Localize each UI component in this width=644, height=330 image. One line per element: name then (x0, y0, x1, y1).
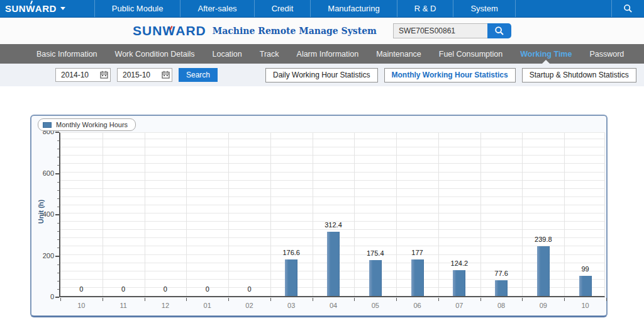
nav-item-track[interactable]: Track (251, 44, 288, 64)
menu-item-credit[interactable]: Credit (254, 0, 311, 17)
x-axis-tick (228, 298, 229, 301)
bar-value-label: 0 (104, 285, 142, 293)
topbar-menu: Public Module After-sales Credit Manufac… (94, 0, 516, 17)
date-to-field (117, 68, 172, 82)
x-axis-tick-label: 10 (62, 302, 100, 309)
x-axis-tick (313, 298, 313, 301)
search-icon (494, 26, 504, 36)
gridline-v (270, 133, 271, 296)
filter-bar: Search Daily Working Hour Statistics Mon… (0, 64, 644, 86)
bar (411, 259, 424, 296)
nav-item-alarm-information[interactable]: Alarm Information (288, 44, 368, 64)
gridline-v (354, 133, 355, 296)
y-axis-tick-label: 600 (31, 169, 54, 177)
header-logo: SUNWARD (133, 23, 206, 38)
legend-swatch (43, 122, 52, 128)
x-axis-tick (396, 298, 397, 301)
chart-panel: Monthly Working Hours Unit (h) 010011012… (30, 115, 608, 317)
bar-value-label: 312.4 (314, 221, 352, 229)
x-axis-tick (606, 298, 607, 301)
bar-value-label: 239.8 (525, 236, 562, 243)
nav-item-fuel-consumption[interactable]: Fuel Consumption (430, 44, 511, 64)
bar-value-label: 0 (189, 285, 226, 293)
bar (327, 232, 340, 296)
menu-item-after-sales[interactable]: After-sales (180, 0, 253, 17)
chevron-down-icon (60, 7, 65, 10)
gridline-v (438, 133, 439, 296)
bar-value-label: 175.4 (357, 249, 394, 257)
search-icon (623, 4, 633, 13)
gridline-v (564, 133, 565, 296)
x-axis-tick (438, 298, 439, 301)
machine-search-input[interactable] (393, 23, 487, 38)
y-axis-minor-tick (57, 165, 59, 166)
y-axis-tick (55, 132, 59, 133)
x-axis-tick-label: 07 (440, 302, 478, 309)
x-axis-tick (145, 298, 145, 301)
header-search-button[interactable] (487, 23, 511, 38)
statistics-buttons: Daily Working Hour Statistics Monthly Wo… (265, 68, 636, 82)
stats-button-daily[interactable]: Daily Working Hour Statistics (265, 68, 378, 82)
bar-value-label: 177 (399, 249, 436, 256)
y-axis-tick (55, 256, 59, 257)
calendar-icon[interactable] (162, 71, 170, 79)
gridline-v (396, 133, 397, 296)
bar (579, 276, 592, 296)
calendar-icon[interactable] (100, 71, 108, 79)
bar-value-label: 124.2 (440, 259, 478, 267)
menu-item-r-and-d[interactable]: R & D (397, 0, 453, 17)
stats-button-monthly[interactable]: Monthly Working Hour Statistics (384, 68, 516, 82)
y-axis-minor-tick (57, 239, 59, 240)
y-axis-tick (55, 173, 59, 174)
x-axis-tick (564, 298, 565, 301)
x-axis-tick-label: 11 (104, 302, 142, 309)
menu-item-manufacturing[interactable]: Manufacturing (310, 0, 396, 17)
page-title: Machine Remote Manage System (213, 26, 377, 36)
bar-value-label: 77.6 (482, 270, 520, 277)
x-axis-tick-label: 08 (482, 302, 520, 309)
topbar-search-button[interactable] (611, 0, 644, 17)
chart-area: Unit (h) 010011012001002176.603312.40417… (31, 116, 606, 316)
logo-text: ARD (175, 23, 206, 38)
nav-item-basic-information[interactable]: Basic Information (28, 44, 106, 64)
sunward-logo[interactable]: SUNWARD (0, 0, 72, 17)
legend-label: Monthly Working Hours (56, 121, 128, 128)
gridline-v (480, 133, 481, 296)
x-axis-tick-label: 02 (230, 302, 268, 309)
x-axis-tick (186, 298, 187, 301)
y-axis-tick-label: 200 (31, 252, 54, 259)
nav-item-maintenance[interactable]: Maintenance (367, 44, 430, 64)
bar (285, 259, 297, 296)
nav-item-working-time[interactable]: Working Time (511, 44, 580, 64)
y-axis-minor-tick (57, 140, 59, 141)
menu-item-public-module[interactable]: Public Module (94, 0, 180, 17)
machine-search (393, 23, 511, 38)
nav-item-work-condition-details[interactable]: Work Condition Details (106, 44, 204, 64)
x-axis-tick-label: 12 (147, 302, 184, 309)
y-axis-tick-label: 0 (31, 293, 54, 300)
x-axis-tick-label: 10 (567, 302, 604, 309)
bar (495, 280, 508, 296)
logo-text: SUNW (5, 3, 35, 14)
bar-value-label: 0 (147, 285, 184, 293)
x-axis-tick (270, 298, 271, 301)
nav-item-password[interactable]: Password (580, 44, 633, 64)
y-axis-minor-tick (57, 231, 59, 232)
bar-value-label: 99 (567, 265, 604, 273)
active-tab-indicator (542, 60, 550, 64)
y-axis-minor-tick (57, 248, 59, 248)
stats-button-startup-shutdown[interactable]: Startup & Shutdown Statistics (522, 68, 636, 82)
bar-value-label: 176.6 (272, 249, 310, 256)
plot-area: 010011012001002176.603312.404175.4051770… (59, 132, 605, 297)
menu-item-system[interactable]: System (453, 0, 515, 17)
top-bar: SUNWARD Public Module After-sales Credit… (0, 0, 644, 18)
nav-item-location[interactable]: Location (203, 44, 250, 64)
search-button[interactable]: Search (179, 68, 218, 82)
y-axis-minor-tick (57, 265, 59, 265)
bar-value-label: 0 (62, 285, 100, 293)
y-axis-minor-tick (57, 198, 59, 199)
gridline-v (522, 133, 523, 296)
y-axis-minor-tick (57, 207, 59, 207)
gridline-v (103, 133, 103, 296)
y-axis-minor-tick (57, 223, 59, 224)
